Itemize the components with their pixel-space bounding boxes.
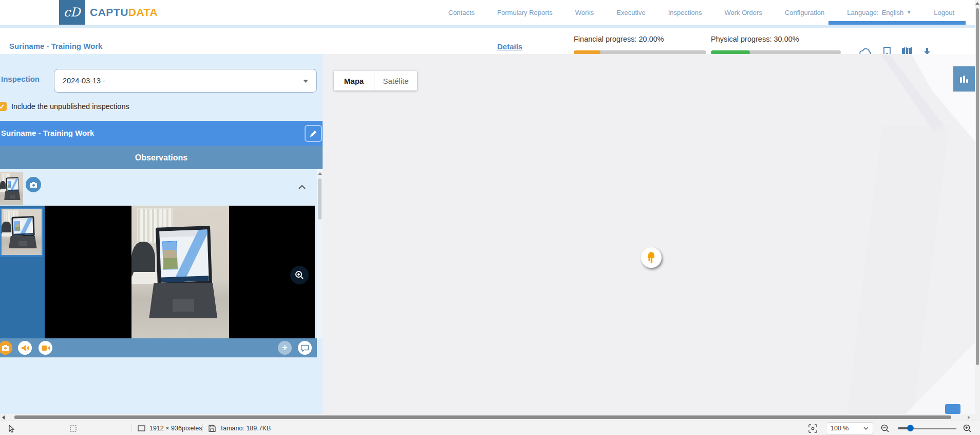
work-title-text: Suriname - Training Work — [1, 129, 94, 137]
comment-button[interactable] — [298, 341, 312, 355]
inspection-label: Inspection — [1, 75, 40, 83]
observation-thumbnail[interactable] — [0, 172, 23, 205]
language-label: Language: — [847, 9, 878, 16]
zoom-slider-thumb[interactable] — [907, 425, 914, 431]
audio-button[interactable] — [18, 341, 32, 355]
scroll-right-arrow-icon[interactable] — [968, 415, 970, 420]
map-control-partial[interactable] — [945, 404, 960, 414]
photo-zoom-button[interactable] — [290, 266, 309, 284]
map-canvas[interactable]: Mapa Satélite — [323, 54, 975, 414]
map-tab-mapa[interactable]: Mapa — [334, 71, 374, 90]
chart-panel-toggle-button[interactable] — [953, 66, 975, 92]
horizontal-scrollbar-thumb[interactable] — [14, 415, 951, 419]
nav-configuration[interactable]: Configuration — [785, 9, 824, 16]
bar-chart-icon — [958, 74, 970, 85]
work-title-bar: Suriname - Training Work — [0, 121, 323, 146]
paint-window: cD CAPTUDATA Contacts Formulary Reports … — [0, 0, 980, 435]
inspection-sidebar: Inspection 2024-03-13 - ✓ Include the un… — [0, 54, 323, 414]
image-dimensions: 1912 × 936píxeles — [138, 421, 202, 435]
zoom-in-button[interactable] — [963, 421, 972, 435]
map-road-shape — [847, 126, 949, 414]
magnifier-plus-icon — [294, 270, 305, 280]
fit-screen-icon — [808, 424, 817, 433]
observation-photo — [2, 209, 42, 255]
language-value[interactable]: English — [882, 9, 904, 16]
logo-mark: cD — [64, 6, 81, 19]
gallery-preview-photo[interactable] — [131, 206, 229, 338]
selection-icon — [70, 425, 77, 432]
chevron-down-icon: ▼ — [907, 10, 911, 15]
cursor-position-indicator — [8, 421, 15, 435]
pencil-icon — [309, 130, 317, 138]
cursor-icon — [8, 425, 15, 432]
nav-active-indicator — [828, 21, 966, 25]
nav-formulary-reports[interactable]: Formulary Reports — [497, 9, 553, 16]
photo-gallery — [0, 206, 315, 338]
work-header: Suriname - Training Work Details Financi… — [0, 28, 975, 54]
horizontal-scrollbar[interactable] — [0, 414, 975, 421]
nav-language[interactable]: Language: English ▼ — [847, 9, 911, 16]
scroll-up-arrow-icon[interactable] — [975, 2, 979, 5]
scroll-up-arrow-icon[interactable] — [318, 172, 322, 175]
collapse-observation-button[interactable] — [298, 183, 306, 192]
observation-photo — [131, 206, 229, 338]
brand-secondary: DATA — [128, 6, 158, 18]
select-caret-icon — [303, 80, 308, 83]
page-title: Suriname - Training Work — [9, 42, 102, 50]
chevron-down-icon — [863, 427, 869, 430]
nav-inspections[interactable]: Inspections — [668, 9, 702, 16]
gallery-toolbar: + — [0, 338, 317, 357]
pushpin-icon — [645, 251, 657, 264]
edit-work-button[interactable] — [305, 125, 322, 142]
paint-status-bar: 1912 × 936píxeles Tamaño: 189.7KB 100 % — [0, 421, 980, 435]
include-unpublished-checkbox[interactable]: ✓ — [0, 102, 7, 111]
brand-primary: CAPTU — [90, 6, 128, 18]
selection-size-indicator — [70, 421, 77, 435]
camera-icon — [2, 345, 9, 351]
magnifier-minus-icon — [880, 424, 890, 433]
gallery-selected-thumbnail[interactable] — [0, 208, 43, 257]
observation-item[interactable] — [0, 169, 317, 208]
financial-progress-label: Financial progress: 20.00% — [574, 35, 664, 43]
nav-contacts[interactable]: Contacts — [448, 9, 475, 16]
inspection-selected-value: 2024-03-13 - — [63, 77, 105, 85]
zoom-level-select[interactable]: 100 % — [826, 422, 873, 434]
file-size: Tamaño: 189.7KB — [209, 421, 271, 435]
zoom-out-button[interactable] — [880, 421, 890, 435]
nav-executive[interactable]: Executive — [616, 9, 645, 16]
details-link[interactable]: Details — [497, 42, 522, 51]
map-marker[interactable] — [641, 247, 662, 268]
statusbar-divider — [131, 424, 132, 432]
nav-logout[interactable]: Logout — [934, 9, 954, 16]
camera-icon — [30, 182, 37, 188]
chevron-up-icon — [298, 185, 306, 190]
add-observation-button[interactable]: + — [278, 341, 292, 355]
map-type-controls: Mapa Satélite — [334, 71, 417, 90]
inspection-select[interactable]: 2024-03-13 - — [54, 69, 317, 93]
map-tab-satelite[interactable]: Satélite — [374, 71, 417, 90]
nav-works[interactable]: Works — [575, 9, 594, 16]
comment-icon — [301, 345, 309, 352]
image-dimensions-value: 1912 × 936píxeles — [149, 425, 202, 432]
observations-header: Observations — [0, 146, 323, 169]
vertical-scrollbar[interactable] — [975, 0, 980, 421]
statusbar-divider — [202, 424, 203, 432]
captudata-logo[interactable]: cD — [59, 0, 85, 25]
video-camera-icon — [42, 345, 50, 351]
gallery-preview — [45, 206, 315, 338]
take-photo-button[interactable] — [0, 341, 12, 355]
zoom-slider-fill — [898, 427, 908, 429]
scroll-left-arrow-icon[interactable] — [2, 415, 5, 420]
brand-name: CAPTUDATA — [90, 6, 158, 19]
video-button[interactable] — [39, 341, 52, 355]
observation-photo — [0, 172, 23, 205]
nav-work-orders[interactable]: Work Orders — [724, 9, 762, 16]
sidebar-scrollbar-thumb[interactable] — [318, 178, 322, 220]
camera-badge — [26, 177, 41, 192]
sidebar-scrollbar[interactable] — [317, 169, 323, 338]
observations-title: Observations — [135, 153, 187, 162]
fit-to-screen-button[interactable] — [808, 421, 817, 435]
vertical-scrollbar-thumb[interactable] — [976, 8, 979, 365]
zoom-level-value: 100 % — [831, 425, 849, 432]
physical-progress-label: Physical progress: 30.00% — [711, 35, 799, 43]
